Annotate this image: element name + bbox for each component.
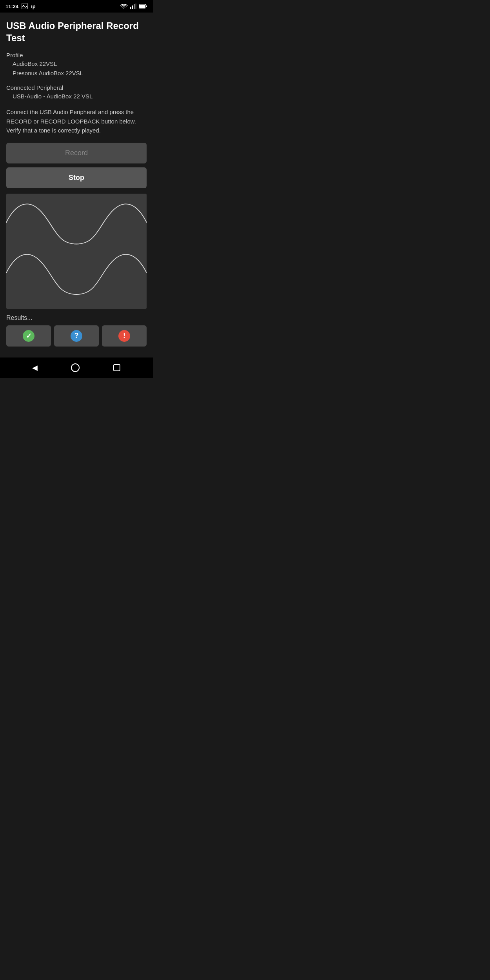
nav-bar: ◀: [0, 358, 153, 378]
profile-line1: AudioBox 22VSL: [6, 59, 147, 69]
svg-rect-4: [134, 4, 135, 9]
results-buttons: ✓ ? !: [6, 325, 147, 347]
peripheral-label: Connected Peripheral: [6, 84, 147, 91]
main-content: USB Audio Peripheral Record Test Profile…: [0, 13, 153, 358]
svg-rect-7: [139, 5, 145, 8]
svg-rect-8: [146, 5, 147, 7]
home-button[interactable]: [67, 360, 83, 376]
back-button[interactable]: ◀: [29, 360, 41, 375]
status-bar: 11:24 ip: [0, 0, 153, 13]
result-check-button[interactable]: ✓: [6, 325, 51, 347]
signal-icon: [130, 4, 136, 9]
recents-square-icon: [113, 364, 121, 372]
status-left: 11:24 ip: [5, 4, 36, 9]
question-icon: ?: [71, 330, 82, 342]
record-button[interactable]: Record: [6, 143, 147, 163]
ip-label: ip: [31, 4, 36, 9]
result-question-button[interactable]: ?: [54, 325, 99, 347]
home-circle-icon: [71, 363, 80, 372]
svg-point-10: [71, 364, 79, 372]
waveform-container: [6, 194, 147, 309]
waveform-svg: [6, 194, 147, 309]
profile-line2: Presonus AudioBox 22VSL: [6, 69, 147, 78]
status-right: [120, 4, 147, 9]
stop-button[interactable]: Stop: [6, 167, 147, 188]
svg-rect-9: [6, 194, 147, 309]
check-icon: ✓: [23, 330, 34, 342]
svg-rect-3: [132, 5, 133, 9]
svg-rect-11: [114, 365, 120, 371]
svg-rect-2: [130, 7, 131, 9]
peripheral-section: Connected Peripheral USB-Audio - AudioBo…: [6, 84, 147, 101]
battery-icon: [139, 4, 147, 9]
results-label: Results...: [6, 314, 147, 321]
svg-rect-5: [136, 4, 137, 9]
recents-button[interactable]: [110, 361, 124, 375]
peripheral-value: USB-Audio - AudioBox 22 VSL: [6, 92, 147, 101]
page-title: USB Audio Peripheral Record Test: [6, 20, 147, 44]
wifi-icon: [120, 4, 128, 9]
instruction-text: Connect the USB Audio Peripheral and pre…: [6, 107, 147, 135]
exclamation-icon: !: [118, 330, 130, 342]
profile-section: Profile AudioBox 22VSL Presonus AudioBox…: [6, 52, 147, 78]
time-display: 11:24: [5, 4, 18, 9]
result-exclamation-button[interactable]: !: [102, 325, 147, 347]
back-icon: ◀: [32, 363, 38, 372]
profile-label: Profile: [6, 52, 147, 58]
image-icon: [22, 4, 28, 9]
